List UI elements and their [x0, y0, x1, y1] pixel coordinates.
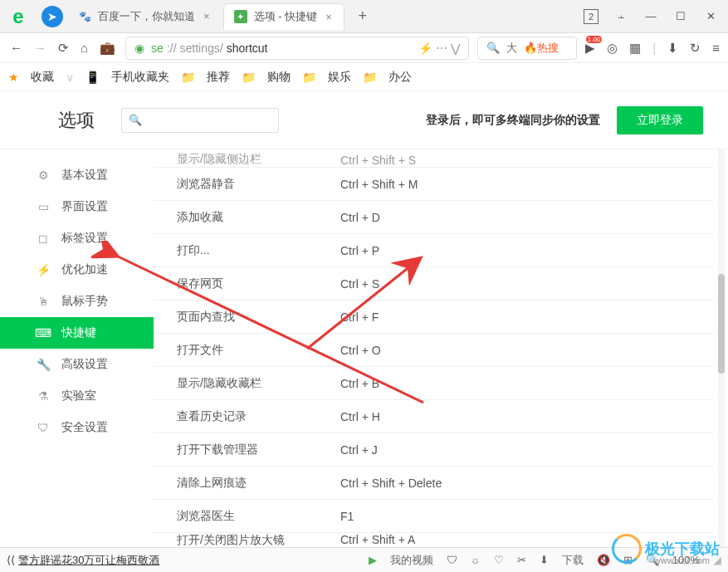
shortcut-row[interactable]: 打印...Ctrl + P	[154, 234, 713, 267]
addressbar: ← → ⟳ ⌂ 💼 ◉ se://settings/shortcut ⚡ ⋯ ⋁…	[0, 33, 728, 63]
close-icon[interactable]: ×	[324, 11, 334, 23]
home-button[interactable]: ⌂	[79, 39, 90, 56]
play-store-icon[interactable]: ▶	[585, 41, 595, 56]
folder-icon: 📁	[363, 71, 377, 84]
shortcut-row[interactable]: 添加收藏Ctrl + D	[154, 201, 713, 234]
shortcut-key: Ctrl + H	[340, 410, 713, 423]
flash-icon[interactable]: ⚡	[418, 42, 432, 55]
sidebar-icon: ⌨	[37, 326, 50, 340]
cut-icon[interactable]: ✂	[517, 554, 526, 566]
compass-icon[interactable]: ➤	[42, 6, 63, 27]
shortcut-row[interactable]: 浏览器医生F1	[154, 500, 713, 533]
search-icon: 🔍	[486, 42, 500, 54]
sidebar-icon: ⚗	[37, 389, 50, 403]
phone-icon: 📱	[86, 71, 100, 84]
close-icon[interactable]: ×	[202, 10, 212, 22]
shortcut-row[interactable]: 显示/隐藏收藏栏Ctrl + B	[154, 367, 713, 400]
download-label[interactable]: 下载	[562, 553, 584, 568]
sidebar-item-7[interactable]: ⚗实验室	[0, 380, 154, 412]
sidebar-item-5[interactable]: ⌨快捷键	[0, 317, 154, 349]
sidebar-item-2[interactable]: ◻标签设置	[0, 222, 154, 254]
folder-icon: 📁	[302, 71, 316, 84]
search-hot-box[interactable]: 🔍 大 🔥热搜	[477, 37, 577, 60]
minimize-button[interactable]: —	[643, 10, 658, 22]
scroll-thumb[interactable]	[718, 274, 725, 374]
bookmark-folder[interactable]: 推荐	[207, 70, 230, 85]
login-button[interactable]: 立即登录	[617, 106, 703, 134]
search-field[interactable]	[142, 114, 282, 126]
forward-button[interactable]: →	[32, 39, 48, 56]
shortcut-row[interactable]: 清除上网痕迹Ctrl + Shift + Delete	[154, 467, 713, 500]
sidebar-item-8[interactable]: 🛡安全设置	[0, 412, 154, 443]
favorites-label[interactable]: 收藏	[31, 70, 54, 85]
shortcut-name: 浏览器静音	[154, 177, 340, 192]
briefcase-icon[interactable]: 💼	[98, 39, 117, 57]
download-icon[interactable]: ⬇	[540, 554, 549, 566]
shortcut-row[interactable]: 打开下载管理器Ctrl + J	[154, 433, 713, 467]
sidebar-item-label: 优化加速	[61, 262, 108, 277]
sun-icon[interactable]: ☼	[471, 554, 481, 566]
shortcut-key: Ctrl + J	[340, 443, 713, 457]
expand-icon[interactable]: ⋁	[451, 42, 460, 55]
bookmark-folder[interactable]: 购物	[267, 70, 291, 85]
history-icon[interactable]: ↻	[690, 41, 701, 56]
back-button[interactable]: ←	[8, 39, 24, 56]
sidebar-item-0[interactable]: ⚙基本设置	[0, 159, 154, 191]
tab-options[interactable]: ✦ 选项 - 快捷键 ×	[223, 3, 344, 30]
menu-icon[interactable]: ≡	[712, 41, 720, 55]
sidebar-item-1[interactable]: ▭界面设置	[0, 191, 154, 222]
sidebar-item-6[interactable]: 🔧高级设置	[0, 349, 154, 380]
chevron-icon[interactable]: ⟨⟨	[7, 554, 15, 566]
shortcut-key: Ctrl + F	[340, 310, 713, 324]
video-label[interactable]: 我的视频	[390, 553, 433, 568]
more-icon[interactable]: ⋯	[436, 42, 447, 55]
scrollbar[interactable]	[718, 149, 725, 547]
shortcut-key: Ctrl + B	[340, 377, 713, 390]
tab-count[interactable]: 2	[584, 9, 599, 24]
mute-icon[interactable]: 🔇	[597, 554, 610, 566]
tab-title: 百度一下，你就知道	[98, 9, 195, 24]
mobile-favorites[interactable]: 手机收藏夹	[111, 70, 169, 85]
bookmarks-bar: ★ 收藏 ∨ 📱 手机收藏夹 📁推荐 📁购物 📁娱乐 📁办公	[0, 63, 728, 91]
sidebar-icon: 🔧	[37, 358, 50, 371]
shortcut-key: Ctrl + Shift + S	[340, 154, 713, 167]
reload-button[interactable]: ⟳	[56, 39, 71, 57]
shortcut-row[interactable]: 页面内查找Ctrl + F	[154, 301, 713, 334]
page-title: 选项	[58, 108, 95, 133]
shortcut-row[interactable]: 保存网页Ctrl + S	[154, 267, 713, 301]
new-tab-button[interactable]: +	[351, 5, 374, 28]
heart-icon[interactable]: ♡	[494, 554, 504, 566]
shortcut-key: Ctrl + D	[340, 211, 713, 224]
sidebar-item-3[interactable]: ⚡优化加速	[0, 254, 154, 286]
browser-logo-icon: e	[5, 3, 32, 30]
bookmark-folder[interactable]: 办公	[388, 70, 412, 85]
shortcut-row[interactable]: 打开文件Ctrl + O	[154, 334, 713, 367]
watermark-logo-icon	[612, 534, 642, 564]
shortcut-name: 打开文件	[154, 343, 340, 358]
sidebar-item-4[interactable]: 🖱鼠标手势	[0, 286, 154, 317]
download-icon[interactable]: ⬇	[667, 41, 678, 56]
play-icon[interactable]: ▶	[369, 554, 377, 566]
maximize-button[interactable]: ☐	[673, 10, 688, 22]
shortcut-row[interactable]: 显示/隐藏侧边栏Ctrl + Shift + S	[154, 149, 713, 168]
tab-baidu[interactable]: 🐾 百度一下，你就知道 ×	[68, 3, 222, 30]
shortcut-name: 浏览器医生	[154, 509, 340, 524]
pin-icon[interactable]: ⫠	[613, 10, 628, 22]
close-button[interactable]: ✕	[703, 10, 718, 22]
shortcut-key: Ctrl + O	[340, 344, 713, 357]
url-host: settings/	[180, 42, 223, 55]
shortcut-name: 打开/关闭图片放大镜	[154, 533, 340, 547]
content: 显示/隐藏侧边栏Ctrl + Shift + S浏览器静音Ctrl + Shif…	[154, 149, 728, 547]
shield-icon[interactable]: 🛡	[447, 554, 457, 566]
shortcut-row[interactable]: 查看历史记录Ctrl + H	[154, 400, 713, 433]
apps-icon[interactable]: ▦	[629, 41, 641, 56]
target-icon[interactable]: ◎	[607, 41, 618, 56]
bookmark-folder[interactable]: 娱乐	[328, 70, 351, 85]
url-input[interactable]: ◉ se://settings/shortcut ⚡ ⋯ ⋁	[125, 37, 469, 60]
shortcut-row[interactable]: 浏览器静音Ctrl + Shift + M	[154, 168, 713, 201]
sidebar-icon: 🛡	[37, 421, 50, 434]
url-scheme: se	[151, 42, 164, 55]
news-ticker[interactable]: 警方辟谣花30万可让梅西敬酒	[18, 553, 159, 568]
sidebar-item-label: 快捷键	[61, 325, 96, 340]
options-search-input[interactable]: 🔍	[121, 108, 279, 133]
